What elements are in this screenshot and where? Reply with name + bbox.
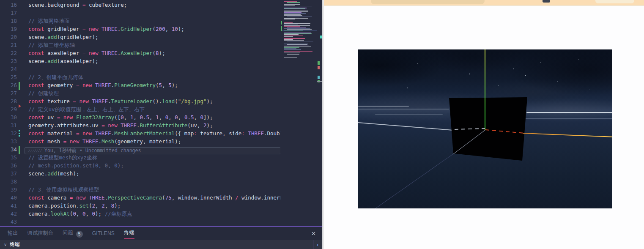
code-token: side — [229, 130, 241, 137]
extension-icon[interactable] — [543, 0, 550, 3]
code-token: 0 — [92, 211, 96, 217]
chevron-down-icon[interactable]: ∨ — [4, 242, 7, 247]
code-token: gridHelper — [60, 34, 92, 40]
code-line[interactable]: // 3、使用虚拟相机观察模型 — [28, 186, 99, 194]
code-token: = — [73, 82, 82, 88]
minimap-code-bar — [284, 28, 310, 28]
y-axis-green — [485, 49, 485, 130]
code-token: BufferAttribute — [140, 122, 187, 129]
tab-output[interactable]: 输出 — [8, 228, 18, 239]
minimap[interactable] — [282, 0, 317, 226]
code-line[interactable]: // 创建纹理 — [28, 90, 59, 98]
close-panel-icon[interactable]: ✕ — [311, 230, 316, 237]
minimap-code-bar — [284, 10, 291, 10]
code-token: ( — [153, 26, 156, 32]
code-token: = — [79, 26, 89, 32]
code-token: TextureLoader — [111, 98, 153, 104]
code-token: ({ — [175, 130, 184, 137]
code-token: scene — [28, 34, 44, 40]
code-token: geometry — [28, 122, 54, 129]
code-line[interactable]: const texture = new THREE.TextureLoader(… — [28, 98, 213, 106]
code-token: // 定义uv的取值范围，左上、右上、左下、右下 — [28, 106, 145, 112]
code-line[interactable]: const uv = new Float32Array([0, 1, 0.5, … — [28, 114, 213, 122]
minimap-code-bar — [284, 7, 293, 7]
code-token: new — [108, 122, 121, 129]
code-token: ( — [89, 202, 92, 209]
code-token: position — [51, 202, 76, 209]
code-line[interactable]: const mesh = new THREE.Mesh(geometry, ma… — [28, 138, 181, 146]
code-token: . — [47, 211, 51, 217]
tab-debug-console[interactable]: 调试控制台 — [27, 228, 54, 239]
code-line[interactable]: scene.add(gridHelper); — [28, 34, 99, 42]
code-line[interactable]: scene.add(mesh); — [28, 170, 79, 178]
code-line[interactable]: const gridHelper = new THREE.GridHelper(… — [28, 26, 184, 34]
minimap-code-bar — [284, 25, 298, 25]
code-token: = — [70, 98, 79, 104]
code-token: . — [108, 98, 111, 104]
code-token: innerHeight — [264, 194, 280, 201]
tab-terminal[interactable]: 终端 — [124, 227, 134, 239]
gitlens-blame-text: You, 1秒钟前 • Uncommitted changes — [44, 148, 141, 153]
minimap-code-bar — [284, 57, 297, 58]
tab-problems[interactable]: 问题5 — [63, 227, 83, 240]
code-token: . — [260, 194, 264, 201]
code-token: ( — [162, 194, 165, 201]
code-line[interactable]: const material = new THREE.MeshLambertMa… — [28, 130, 280, 138]
minimap-code-bar — [284, 47, 299, 48]
code-line[interactable]: // 添加网格地面 — [28, 18, 70, 26]
code-editor[interactable]: 1516171819202122232425262728293031323334… — [0, 0, 322, 226]
toolbar-button[interactable] — [595, 0, 634, 3]
minimap-code-bar — [284, 33, 312, 34]
editor-code-area[interactable]: scene.environment = cubeTexture;scene.ba… — [0, 0, 280, 226]
code-token: , — [95, 202, 101, 209]
terminal-nav-arrow[interactable]: › — [313, 240, 322, 249]
code-token: 2 — [203, 122, 207, 129]
code-token: 200 — [156, 26, 165, 32]
code-line[interactable]: scene.add(axesHelper); — [28, 58, 99, 66]
code-token: Mesh — [101, 138, 114, 145]
z-axis-faint-segment — [375, 154, 453, 208]
code-line[interactable]: // 设置模型mesh的xyz坐标 — [28, 154, 97, 162]
code-token: , — [124, 114, 130, 120]
minimap-code-bar — [284, 49, 301, 49]
code-line[interactable]: geometry.attributes.uv = new THREE.Buffe… — [28, 122, 213, 130]
code-token: add — [47, 170, 57, 177]
code-line[interactable]: // 定义uv的取值范围，左上、右上、左下、右下 — [28, 106, 145, 114]
code-token: const — [28, 114, 47, 120]
minimap-code-bar — [284, 8, 305, 9]
code-token: 75 — [165, 194, 172, 201]
gitlens-blame-annotation[interactable]: You, 1秒钟前 • Uncommitted changes — [25, 147, 280, 154]
horizon-streak — [375, 114, 443, 115]
address-bar[interactable] — [371, 0, 485, 4]
code-line[interactable]: // 添加三维坐标轴 — [28, 42, 75, 50]
minimap-code-bar — [284, 15, 302, 16]
minimap-code-bar — [284, 48, 296, 49]
code-token: . — [264, 130, 267, 137]
code-token: ); — [159, 50, 165, 56]
minimap-code-bar — [284, 5, 295, 5]
code-line[interactable]: camera.lookAt(0, 0, 0); //坐标原点 — [28, 211, 132, 219]
horizon-streak — [358, 109, 449, 109]
code-line[interactable]: const axesHelper = new THREE.AxesHelper(… — [28, 50, 165, 58]
tab-problems-label: 问题 — [63, 230, 73, 235]
minimap-code-bar — [284, 40, 304, 41]
code-token: //坐标原点 — [105, 211, 132, 217]
code-line[interactable]: // mesh.position.set(0, 0, 0); — [28, 162, 124, 170]
threejs-canvas[interactable] — [358, 49, 612, 208]
code-line[interactable]: const geometry = new THREE.PlaneGeometry… — [28, 82, 178, 90]
horizon-streak — [519, 118, 612, 119]
code-line[interactable]: // 2、创建平面几何体 — [28, 74, 83, 82]
code-token: "/bg.jpg" — [178, 98, 207, 104]
code-token: DoubleSide — [267, 130, 280, 137]
code-token: new — [70, 138, 82, 145]
tab-gitlens[interactable]: GITLENS — [92, 229, 115, 238]
code-token: const — [28, 50, 47, 56]
minimap-code-bar — [284, 53, 292, 53]
code-line[interactable]: camera.position.set(2, 2, 8); — [28, 202, 121, 211]
code-token: PerspectiveCamera — [108, 194, 162, 201]
code-line[interactable]: const camera = new THREE.PerspectiveCame… — [28, 194, 280, 202]
terminal-section-header[interactable]: ∨ 终端 › — [0, 240, 322, 249]
code-token: GridHelper — [121, 26, 152, 32]
code-line[interactable]: scene.background = cubeTexture; — [28, 2, 127, 10]
minimap-code-bar — [284, 42, 307, 42]
